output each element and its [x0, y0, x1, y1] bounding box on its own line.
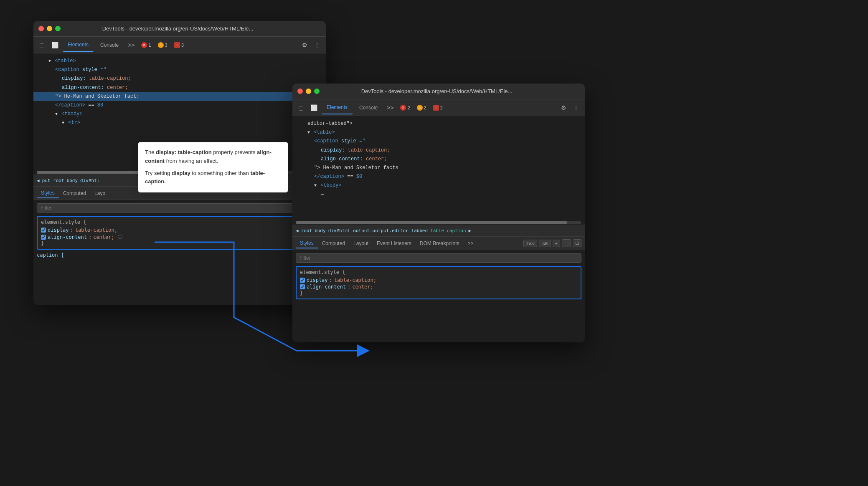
tree-line[interactable]: <caption style ="	[33, 66, 326, 74]
toolbar-1: ⬚ ⬜ Elements Console >> ✕ 1 ⚠ 3 ! 3 ⚙ ⋮	[33, 37, 326, 53]
tab-layout-2[interactable]: Layout	[349, 239, 373, 248]
inspector-icon-2[interactable]: ⬚	[296, 103, 306, 113]
device-icon-2[interactable]: ⬜	[308, 103, 320, 113]
prop-line-aligncontent-2: align-content : center;	[300, 284, 577, 290]
prop-line-display-1: display : table-caption,	[41, 227, 318, 233]
info-icon-1: !	[174, 42, 180, 48]
tree-line[interactable]: ▼ <tbody>	[292, 181, 585, 190]
device-icon-1[interactable]: ⬜	[49, 40, 61, 50]
styles-panel-1: element.style { display : table-caption,…	[33, 200, 326, 261]
pseudo-button[interactable]: ⬚	[562, 239, 571, 247]
prop-line-display-2: display : table-caption;	[300, 277, 577, 284]
settings-icon-2[interactable]: ⚙	[558, 103, 569, 113]
more-tabs-1[interactable]: >>	[125, 40, 137, 50]
badge-info-1: ! 3	[172, 41, 186, 49]
badge-error-1: ✕ 1	[139, 41, 153, 49]
breadcrumb-forward-2[interactable]: ▶	[469, 228, 472, 233]
tree-line[interactable]: ▼ <table>	[33, 57, 326, 66]
tree-line[interactable]: ▼ <tr>	[33, 119, 326, 127]
breadcrumb-putroot[interactable]: put-root	[42, 178, 64, 183]
breadcrumb-table-2[interactable]: table	[430, 228, 444, 233]
add-rule-button[interactable]: +	[553, 240, 560, 247]
scrollbar-2[interactable]	[296, 221, 581, 224]
tree-line[interactable]: "> He-Man and Skeletor facts	[292, 164, 585, 172]
more-tabs-2[interactable]: >>	[384, 103, 396, 113]
toolbar-right-2: ⚙ ⋮	[558, 103, 581, 113]
tab-computed-2[interactable]: Computed	[318, 239, 349, 248]
toolbar-right-1: ⚙ ⋮	[299, 40, 322, 50]
breadcrumb-body-2[interactable]: body	[315, 228, 326, 233]
info-icon-2: !	[433, 105, 439, 111]
tree-line[interactable]: ▼ <table>	[292, 128, 585, 137]
tree-line[interactable]: editor-tabbed">	[292, 119, 585, 128]
filter-input-2[interactable]	[296, 253, 581, 263]
checkbox-display-1[interactable]	[41, 228, 46, 233]
tooltip-line2: Try setting display to something other t…	[145, 169, 281, 187]
checkbox-aligncontent-1[interactable]	[41, 235, 46, 240]
breadcrumb-root[interactable]: root	[301, 228, 312, 233]
badge-error-2: ✕ 2	[398, 104, 412, 111]
breadcrumb-back-2[interactable]: ◀	[296, 228, 299, 233]
menu-icon-1[interactable]: ⋮	[312, 40, 322, 50]
tab-elements-1[interactable]: Elements	[63, 38, 94, 52]
tree-line-selected[interactable]: "> He-Man and Skeletor fact:	[33, 92, 326, 101]
tree-line[interactable]: <caption style ="	[292, 137, 585, 146]
tree-line[interactable]: display: table-caption;	[33, 74, 326, 83]
error-icon-2: ✕	[400, 105, 406, 111]
tree-line[interactable]: </caption> == $0	[292, 172, 585, 181]
titlebar-2: DevTools - developer.mozilla.org/en-US/d…	[292, 84, 585, 99]
tree-line[interactable]: display: table-caption;	[292, 146, 585, 155]
breadcrumb-body-1[interactable]: body	[67, 178, 78, 183]
breadcrumb-caption-2[interactable]: caption	[447, 228, 466, 233]
prop-line-aligncontent-1: align-content : center; ⓘ	[41, 233, 318, 240]
tab-console-2[interactable]: Console	[354, 101, 383, 114]
tree-line[interactable]: </caption> == $0	[33, 101, 326, 110]
badge-warn-2: ⚠ 2	[414, 104, 429, 111]
tooltip-line1: The display: table-caption property prev…	[145, 148, 281, 166]
tab-computed-1[interactable]: Computed	[59, 189, 90, 198]
filter-input-1[interactable]	[37, 203, 322, 213]
tab-more-2[interactable]: >>	[464, 239, 478, 248]
tab-layout-1[interactable]: Layo	[90, 189, 109, 198]
style-rule-box-1: element.style { display : table-caption,…	[37, 216, 322, 250]
error-icon-1: ✕	[141, 42, 147, 48]
window-title-1: DevTools - developer.mozilla.org/en-US/d…	[35, 25, 321, 32]
html-tree-2: editor-tabbed"> ▼ <table> <caption style…	[292, 116, 585, 220]
sources-button[interactable]: ⊡	[573, 239, 581, 247]
tree-line[interactable]: align-content: center;	[292, 155, 585, 164]
tooltip-box: The display: table-caption property prev…	[138, 142, 288, 192]
cls-button[interactable]: .cls	[539, 240, 551, 247]
tab-dombreakpoints-2[interactable]: DOM Breakpoints	[416, 239, 464, 248]
tab-elements-2[interactable]: Elements	[322, 101, 353, 114]
inspector-icon-1[interactable]: ⬚	[37, 40, 47, 50]
tree-line[interactable]: align-content: center;	[33, 84, 326, 92]
checkbox-aligncontent-2[interactable]	[300, 284, 305, 289]
rule-footer-1: }	[41, 240, 318, 246]
tab-styles-1[interactable]: Styles	[37, 188, 59, 198]
panel-tabs-2: Styles Computed Layout Event Listeners D…	[292, 237, 585, 250]
breadcrumb-div-1[interactable]: div#htl	[80, 178, 99, 183]
tree-line[interactable]: ▼ <tbody>	[33, 110, 326, 119]
caption-rule: caption {	[37, 252, 322, 258]
rule-header-1: element.style {	[41, 219, 318, 225]
hov-button[interactable]: :hov	[523, 240, 537, 247]
breadcrumb-div-2[interactable]: div#html-output.output.editor-tabbed	[328, 228, 428, 233]
settings-icon-1[interactable]: ⚙	[299, 40, 310, 50]
breadcrumb-2: ◀ root body div#html-output.output.edito…	[292, 225, 585, 237]
breadcrumb-back-1[interactable]: ◀	[37, 178, 40, 183]
styles-toolbar-right-2: :hov .cls + ⬚ ⊡	[523, 239, 581, 247]
tab-eventlisteners-2[interactable]: Event Listeners	[373, 239, 416, 248]
tab-console-1[interactable]: Console	[95, 39, 124, 51]
menu-icon-2[interactable]: ⋮	[571, 103, 581, 113]
tree-line[interactable]: —	[292, 190, 585, 199]
warn-icon-2: ⚠	[417, 105, 423, 111]
toolbar-2: ⬚ ⬜ Elements Console >> ✕ 2 ⚠ 2 ! 2 ⚙ ⋮	[292, 99, 585, 116]
styles-panel-2: element.style { display : table-caption;…	[292, 250, 585, 305]
checkbox-display-2[interactable]	[300, 278, 305, 283]
window-title-2: DevTools - developer.mozilla.org/en-US/d…	[294, 88, 580, 94]
rule-footer-2: }	[300, 290, 577, 296]
style-rule-box-2: element.style { display : table-caption;…	[296, 266, 581, 299]
tab-styles-2[interactable]: Styles	[296, 238, 318, 248]
badge-info-2: ! 2	[431, 104, 445, 111]
badge-warn-1: ⚠ 3	[155, 41, 170, 49]
